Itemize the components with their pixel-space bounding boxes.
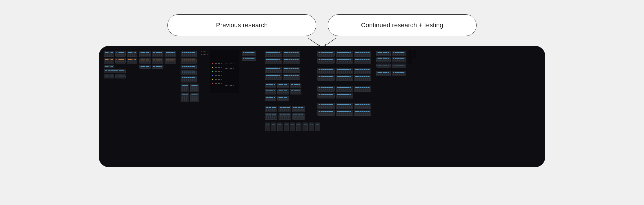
frame: [283, 51, 300, 57]
frame: [190, 93, 199, 102]
frame: [265, 106, 277, 112]
frame: [139, 65, 151, 69]
frame: [336, 58, 353, 64]
frame: [336, 75, 353, 81]
design-canvas[interactable]: [99, 46, 545, 167]
frame: [354, 68, 371, 74]
frame: [336, 86, 353, 92]
frame: [317, 103, 335, 109]
frame: [290, 123, 295, 131]
frame: [354, 58, 371, 64]
frame: [265, 58, 282, 64]
frame: [181, 51, 197, 57]
frame: [376, 51, 391, 56]
frame: [277, 83, 289, 88]
frame: [283, 58, 300, 64]
frame: [190, 84, 199, 92]
canvas-content: [99, 46, 545, 167]
frame: [336, 93, 353, 98]
frame: [104, 65, 114, 68]
frame: [165, 58, 176, 64]
frame: [277, 123, 283, 131]
frame: [104, 74, 114, 78]
previous-research-pill: Previous research: [167, 14, 316, 36]
frame: [336, 68, 353, 74]
frame-label: [201, 53, 206, 53]
frame: [181, 58, 197, 64]
frame: [265, 123, 270, 131]
frame: [104, 58, 114, 64]
frame: [152, 65, 163, 69]
frame: [127, 58, 137, 64]
frame: [392, 71, 406, 76]
frame: [181, 65, 197, 69]
frame: [317, 110, 335, 116]
frame: [181, 93, 189, 102]
continued-research-pill: Continued research + testing: [328, 14, 477, 36]
frame: [392, 64, 406, 68]
frame: [278, 106, 291, 112]
frame: [115, 74, 126, 78]
frame: [115, 58, 126, 64]
frame: [354, 75, 371, 81]
svg-line-0: [308, 38, 320, 46]
frame-label: [201, 54, 208, 55]
frame: [271, 123, 276, 131]
frame: [115, 51, 126, 57]
labels-row: Previous research Continued research + t…: [0, 0, 644, 36]
frame: [265, 113, 277, 120]
frame: [139, 58, 151, 64]
frame: [317, 86, 335, 92]
frame: [408, 50, 412, 64]
frame: [354, 103, 371, 109]
frame: [392, 51, 406, 56]
frame: [278, 113, 291, 120]
frame: [292, 113, 305, 120]
frame: [104, 51, 114, 57]
frame: [265, 51, 282, 57]
frame: [284, 123, 289, 131]
frame: [317, 68, 335, 74]
frame: [392, 57, 406, 62]
frame: [336, 51, 353, 57]
frame: [265, 89, 276, 94]
frame: [354, 86, 371, 92]
frame: [127, 51, 137, 57]
frame: [242, 51, 256, 56]
frame: [317, 93, 335, 98]
frame: [354, 110, 371, 116]
frame: [303, 123, 308, 131]
frame: [181, 70, 197, 75]
frame: [317, 51, 335, 57]
frame: [165, 51, 176, 57]
frame: [152, 58, 163, 64]
frame-label: [201, 51, 207, 52]
frame: [315, 123, 320, 131]
frame: [283, 67, 300, 73]
frame: [277, 96, 289, 101]
frame: [265, 74, 282, 80]
frame: [317, 75, 335, 81]
frame: [336, 110, 353, 116]
frame: [152, 51, 163, 57]
frame: [104, 69, 126, 73]
frame: [376, 57, 391, 62]
svg-line-1: [324, 38, 336, 46]
frame: [283, 74, 300, 80]
frame: [265, 83, 276, 88]
frame: [290, 89, 301, 94]
frame: [354, 51, 371, 57]
frame: [139, 51, 151, 57]
frame: [290, 83, 301, 88]
frame: [265, 67, 282, 73]
frame: [277, 89, 289, 94]
frame: [242, 57, 256, 61]
frame: [296, 123, 301, 131]
frame: [309, 123, 314, 131]
frame: [181, 76, 197, 82]
frame: [413, 50, 416, 58]
swatch-grid: [210, 50, 239, 93]
frame: [376, 64, 391, 68]
frame: [336, 103, 353, 109]
frame: [265, 96, 276, 101]
